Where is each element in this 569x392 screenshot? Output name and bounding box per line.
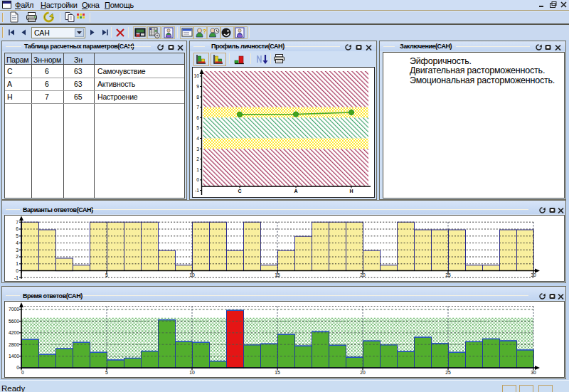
svg-text:15: 15 <box>275 272 280 277</box>
svg-text:А: А <box>294 189 297 194</box>
svg-text:30: 30 <box>531 370 536 375</box>
svg-text:0: 0 <box>16 365 19 370</box>
svg-text:10: 10 <box>189 272 195 277</box>
svg-text:-1: -1 <box>14 275 18 280</box>
svg-text:7000: 7000 <box>9 307 19 312</box>
svg-text:2800: 2800 <box>9 342 19 347</box>
svg-text:5600: 5600 <box>9 319 19 324</box>
svg-text:7: 7 <box>196 105 199 110</box>
svg-text:9: 9 <box>196 84 199 89</box>
svg-text:4200: 4200 <box>9 330 19 335</box>
svg-text:30: 30 <box>531 272 536 277</box>
svg-text:5: 5 <box>196 125 199 130</box>
svg-text:-1: -1 <box>195 188 199 193</box>
svg-text:3: 3 <box>16 248 18 253</box>
svg-text:2: 2 <box>16 254 18 259</box>
svg-text:1: 1 <box>196 167 199 172</box>
svg-text:5: 5 <box>16 233 18 238</box>
svg-text:6: 6 <box>16 226 18 231</box>
svg-text:7: 7 <box>16 220 18 225</box>
svg-text:1400: 1400 <box>9 354 19 359</box>
svg-text:20: 20 <box>360 272 366 277</box>
svg-text:2: 2 <box>196 157 199 161</box>
svg-text:25: 25 <box>445 370 451 375</box>
svg-text:25: 25 <box>445 272 451 277</box>
svg-text:0: 0 <box>196 177 199 182</box>
svg-text:20: 20 <box>360 370 366 375</box>
svg-text:4: 4 <box>16 240 18 245</box>
svg-text:0: 0 <box>21 370 24 375</box>
svg-text:15: 15 <box>275 370 280 375</box>
svg-text:5: 5 <box>105 272 108 277</box>
svg-text:С: С <box>238 189 241 194</box>
svg-text:6: 6 <box>196 115 199 120</box>
svg-text:3: 3 <box>196 147 199 152</box>
svg-text:4: 4 <box>196 136 199 141</box>
svg-text:0: 0 <box>16 268 18 273</box>
svg-text:10: 10 <box>193 73 199 78</box>
svg-text:8: 8 <box>196 95 199 100</box>
svg-text:10: 10 <box>189 370 195 375</box>
svg-text:5: 5 <box>105 370 108 375</box>
svg-text:1: 1 <box>16 261 18 266</box>
svg-text:Н: Н <box>349 189 353 194</box>
